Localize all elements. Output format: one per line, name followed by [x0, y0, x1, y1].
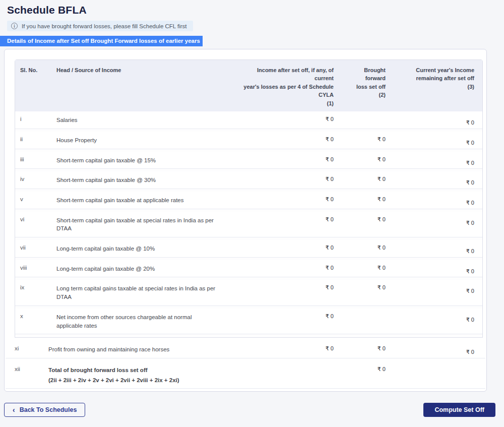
row-label-text: Profit from owning and maintaining race … [48, 345, 235, 354]
row-label: House Property [56, 136, 235, 145]
row-serial: x [15, 313, 56, 330]
row-value-income-remaining: ₹ 0 [394, 220, 482, 236]
table-row: vShort-term capital gain taxable at appl… [15, 192, 482, 209]
table-row: viShort-term capital gain taxable at spe… [15, 212, 482, 237]
page-title: Schedule BFLA [0, 0, 504, 16]
row-value-income-after-setoff: ₹ 0 [235, 313, 341, 330]
row-value-income-after-setoff: ₹ 0 [235, 216, 341, 233]
footer-actions: ‹ Back To Schedules Compute Set Off [4, 403, 495, 417]
row-label-text: Long-term capital gain taxable @ 20% [56, 265, 235, 273]
row-label: Long-term capital gain taxable @ 10% [56, 245, 235, 253]
row-label-text: Long term capital gains taxable at speci… [56, 284, 235, 301]
row-label-text: Long-term capital gain taxable @ 10% [56, 245, 235, 253]
row-value-income-remaining: ₹ 0 [394, 349, 485, 357]
row-value-income-remaining: ₹ 0 [394, 119, 482, 128]
row-label: Salaries [56, 116, 235, 125]
row-value-income-remaining: ₹ 0 [394, 160, 482, 168]
compute-set-off-button[interactable]: Compute Set Off [423, 403, 495, 417]
info-banner: i If you have brought forward losses, pl… [7, 21, 193, 31]
row-value-income-remaining [394, 370, 485, 388]
row-value-income-remaining: ₹ 0 [394, 248, 482, 257]
row-serial: xi [6, 345, 48, 354]
row-serial: vi [15, 216, 56, 233]
row-label: Net income from other sources chargeable… [56, 313, 235, 330]
row-label: Total of brought forward loss set off(2i… [48, 366, 235, 384]
row-label: Profit from owning and maintaining race … [48, 345, 235, 354]
table-row: xNet income from other sources chargeabl… [15, 309, 482, 334]
row-label-text: Salaries [56, 116, 235, 125]
row-value-income-after-setoff: ₹ 0 [235, 136, 341, 145]
row-serial: ii [15, 136, 56, 145]
table-row: ixLong term capital gains taxable at spe… [15, 280, 482, 306]
row-value-brought-forward-loss [341, 116, 394, 125]
row-label: Short-term capital gain taxable at appli… [56, 196, 235, 205]
row-value-income-after-setoff: ₹ 0 [235, 156, 341, 165]
row-label: Long term capital gains taxable at speci… [56, 284, 235, 301]
row-value-income-after-setoff: ₹ 0 [235, 176, 341, 185]
header-brought-forward-loss: Brought forward loss set off (2) [341, 66, 394, 108]
chevron-left-icon: ‹ [13, 406, 15, 413]
row-value-brought-forward-loss: ₹ 0 [341, 156, 394, 165]
row-value-income-after-setoff: ₹ 0 [235, 345, 341, 354]
row-serial: vii [15, 245, 56, 253]
row-value-income-after-setoff: ₹ 0 [235, 116, 341, 125]
row-serial: v [15, 196, 56, 205]
table-row: iiiShort-term capital gain taxable @ 15%… [15, 152, 482, 169]
row-value-brought-forward-loss: ₹ 0 [341, 265, 394, 273]
table-row: xiiTotal of brought forward loss set off… [6, 361, 485, 389]
table-row: xiProfit from owning and maintaining rac… [6, 341, 485, 358]
table-scroll-area: iSalaries₹ 0₹ 0iiHouse Property₹ 0₹ 0₹ 0… [15, 111, 482, 337]
back-to-schedules-button[interactable]: ‹ Back To Schedules [4, 403, 85, 417]
row-value-income-after-setoff: ₹ 0 [235, 196, 341, 205]
bfla-table-card: Sl. No. Head / Source of Income Income a… [4, 49, 487, 392]
row-value-brought-forward-loss [341, 313, 394, 330]
table-row: iiHouse Property₹ 0₹ 0₹ 0 [15, 132, 482, 149]
table-row: viiiLong-term capital gain taxable @ 20%… [15, 260, 482, 278]
back-button-label: Back To Schedules [20, 406, 77, 413]
row-value-income-after-setoff [235, 366, 341, 384]
row-label: Long-term capital gain taxable @ 20% [56, 265, 235, 273]
header-income-remaining: Current year's Income remaining after se… [394, 66, 482, 108]
row-value-income-remaining: ₹ 0 [394, 140, 482, 148]
row-label-text: Short-term capital gain taxable at speci… [56, 216, 235, 233]
row-value-income-remaining: ₹ 0 [394, 268, 482, 277]
row-serial: i [15, 116, 56, 125]
row-label: Short-term capital gain taxable @ 15% [56, 156, 235, 165]
row-label-text: House Property [56, 136, 235, 145]
row-value-income-remaining: ₹ 0 [394, 200, 482, 208]
row-value-income-after-setoff: ₹ 0 [235, 245, 341, 253]
row-serial: iii [15, 156, 56, 165]
row-label-text: Net income from other sources chargeable… [56, 313, 235, 330]
row-value-income-remaining: ₹ 0 [394, 179, 482, 188]
row-value-income-after-setoff: ₹ 0 [235, 284, 341, 301]
row-value-brought-forward-loss: ₹ 0 [341, 284, 394, 301]
row-value-brought-forward-loss: ₹ 0 [341, 176, 394, 185]
row-value-brought-forward-loss: ₹ 0 [341, 196, 394, 205]
row-value-brought-forward-loss: ₹ 0 [341, 366, 394, 384]
bfla-table: Sl. No. Head / Source of Income Income a… [15, 59, 483, 338]
info-banner-text: If you have brought forward losses, plea… [22, 23, 187, 29]
section-heading-highlighted: Details of Income after Set off Brought … [0, 36, 203, 46]
table-row: iSalaries₹ 0₹ 0 [15, 111, 482, 129]
row-serial: viii [15, 265, 56, 273]
row-label-text: Short-term capital gain taxable @ 30% [56, 176, 235, 185]
row-value-brought-forward-loss: ₹ 0 [341, 136, 394, 145]
row-formula-text: (2ii + 2iii + 2iv + 2v + 2vi + 2vii + 2v… [48, 376, 235, 385]
row-label-text: Short-term capital gain taxable at appli… [56, 196, 235, 205]
header-income-after-setoff: Income after set off, if any, of current… [235, 66, 341, 108]
row-value-income-remaining: ₹ 0 [394, 317, 482, 333]
header-head-source: Head / Source of Income [56, 66, 235, 108]
schedule-bfla-page: Schedule BFLA i If you have brought forw… [0, 0, 504, 427]
row-label: Short-term capital gain taxable @ 30% [56, 176, 235, 185]
row-value-income-remaining: ₹ 0 [394, 288, 482, 304]
row-serial: iv [15, 176, 56, 185]
row-value-income-after-setoff: ₹ 0 [235, 265, 341, 273]
row-value-brought-forward-loss: ₹ 0 [341, 216, 394, 233]
row-label-text: Short-term capital gain taxable @ 15% [56, 156, 235, 165]
row-label-text: Total of brought forward loss set off [48, 366, 235, 375]
header-sl-no: Sl. No. [15, 66, 56, 108]
table-row: viiLong-term capital gain taxable @ 10%₹… [15, 240, 482, 258]
table-header-row: Sl. No. Head / Source of Income Income a… [15, 60, 482, 112]
row-serial: ix [15, 284, 56, 301]
row-value-brought-forward-loss: ₹ 0 [341, 345, 394, 354]
